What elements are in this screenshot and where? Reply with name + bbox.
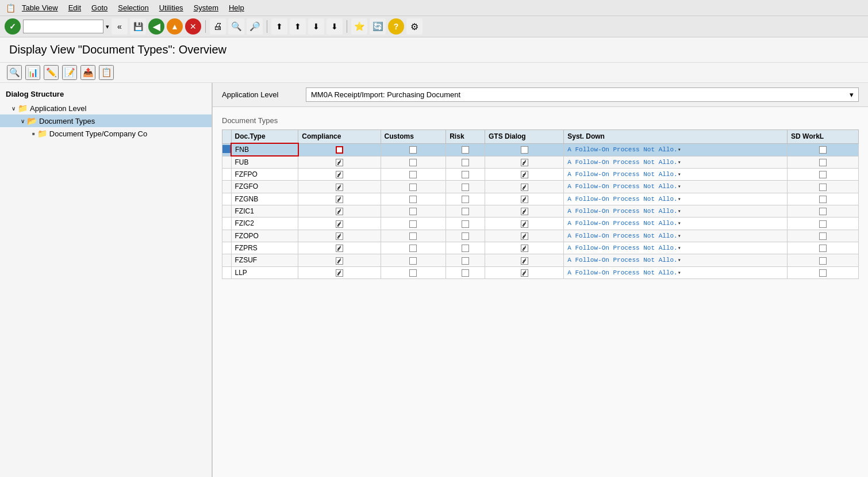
cell-gts-dialog[interactable]: ✓ <box>485 217 563 230</box>
col-header-risk[interactable]: Risk <box>446 130 485 144</box>
checkbox-sd-workl[interactable] <box>819 146 827 154</box>
cell-sd-workl[interactable] <box>788 266 859 278</box>
cell-sd-workl[interactable] <box>788 217 859 230</box>
checkbox-customs[interactable] <box>409 146 417 154</box>
cell-sd-workl[interactable] <box>788 230 859 242</box>
first-page-button[interactable]: « <box>112 18 128 35</box>
cell-customs[interactable] <box>381 205 446 217</box>
menu-table-view[interactable]: Table View <box>17 2 63 14</box>
checkbox-gts-dialog[interactable]: ✓ <box>521 184 528 191</box>
cell-risk[interactable] <box>446 181 485 193</box>
command-input[interactable] <box>23 20 103 33</box>
cell-syst-down[interactable]: A Follow-On Process Not Allo.▾ <box>564 193 788 205</box>
syst-down-chevron[interactable]: ▾ <box>678 233 681 239</box>
checkbox-customs[interactable] <box>409 269 417 277</box>
checkbox-customs[interactable] <box>409 196 417 203</box>
cell-risk[interactable] <box>446 193 485 205</box>
checkbox-customs[interactable] <box>409 220 417 228</box>
cell-syst-down[interactable]: A Follow-On Process Not Allo.▾ <box>564 254 788 266</box>
cell-risk[interactable] <box>446 143 485 156</box>
cell-sd-workl[interactable] <box>788 169 859 181</box>
checkbox-compliance[interactable]: ✓ <box>336 245 343 252</box>
bookmark-button[interactable]: ⭐ <box>351 18 367 35</box>
checkbox-customs[interactable] <box>409 159 417 166</box>
cell-customs[interactable] <box>381 143 446 156</box>
checkbox-sd-workl[interactable] <box>819 220 827 228</box>
checkbox-risk[interactable] <box>462 159 469 166</box>
checkbox-gts-dialog[interactable]: ✓ <box>521 159 528 166</box>
checkbox-sd-workl[interactable] <box>819 245 827 252</box>
row-selector-cell[interactable] <box>222 143 232 156</box>
row-selector-cell[interactable] <box>222 156 232 169</box>
checkbox-risk[interactable] <box>462 184 469 191</box>
checkbox-customs[interactable] <box>409 184 417 191</box>
col-header-syst-down[interactable]: Syst. Down <box>564 130 788 144</box>
checkbox-risk[interactable] <box>462 171 469 178</box>
cell-syst-down[interactable]: A Follow-On Process Not Allo.▾ <box>564 266 788 278</box>
table-row[interactable]: FZOPO✓✓A Follow-On Process Not Allo.▾ <box>222 230 859 242</box>
checkbox-compliance[interactable]: ✓ <box>336 196 343 203</box>
table-row[interactable]: LLP✓✓A Follow-On Process Not Allo.▾ <box>222 266 859 278</box>
nav-right-button[interactable]: ⬆ <box>290 18 306 35</box>
checkbox-customs[interactable] <box>409 232 417 240</box>
checkbox-gts-dialog[interactable]: ✓ <box>521 208 528 215</box>
col-header-compliance[interactable]: Compliance <box>298 130 381 144</box>
nav-down-button[interactable]: ⬇ <box>308 18 324 35</box>
sec-btn-6[interactable]: 📋 <box>99 65 114 80</box>
checkbox-compliance[interactable]: ✓ <box>336 184 343 191</box>
checkbox-risk[interactable] <box>462 196 469 203</box>
cell-compliance[interactable]: ✓ <box>298 205 381 217</box>
cell-gts-dialog[interactable]: ✓ <box>485 193 563 205</box>
cell-syst-down[interactable]: A Follow-On Process Not Allo.▾ <box>564 156 788 169</box>
menu-help[interactable]: Help <box>224 2 249 14</box>
checkbox-customs[interactable] <box>409 171 417 178</box>
syst-down-chevron[interactable]: ▾ <box>678 208 681 215</box>
checkbox-compliance[interactable]: ✓ <box>336 208 343 215</box>
cell-sd-workl[interactable] <box>788 156 859 169</box>
back-button[interactable]: ◀ <box>148 18 164 35</box>
cell-customs[interactable] <box>381 169 446 181</box>
col-header-customs[interactable]: Customs <box>381 130 446 144</box>
checkbox-gts-dialog[interactable]: ✓ <box>521 245 528 252</box>
checkbox-sd-workl[interactable] <box>819 184 827 191</box>
cell-gts-dialog[interactable]: ✓ <box>485 266 563 278</box>
checkbox-gts-dialog[interactable]: ✓ <box>521 269 528 277</box>
checkbox-risk[interactable] <box>462 232 469 240</box>
checkbox-sd-workl[interactable] <box>819 159 827 166</box>
checkbox-gts-dialog[interactable]: ✓ <box>521 232 528 240</box>
checkbox-gts-dialog[interactable]: ✓ <box>521 196 528 203</box>
checkbox-compliance[interactable] <box>336 146 343 154</box>
print-button[interactable]: 🖨 <box>210 18 226 35</box>
cell-risk[interactable] <box>446 217 485 230</box>
checkbox-risk[interactable] <box>462 146 469 154</box>
find-next-button[interactable]: 🔎 <box>247 18 263 35</box>
cell-compliance[interactable]: ✓ <box>298 254 381 266</box>
find-button[interactable]: 🔍 <box>228 18 244 35</box>
sec-btn-3[interactable]: ✏️ <box>44 65 59 80</box>
row-selector-cell[interactable] <box>222 242 232 254</box>
checkbox-compliance[interactable]: ✓ <box>336 232 343 240</box>
app-level-dropdown[interactable]: MM0A Receipt/Import: Purchasing Document… <box>306 87 859 102</box>
row-selector-cell[interactable] <box>222 254 232 266</box>
checkbox-gts-dialog[interactable]: ✓ <box>521 220 528 228</box>
sec-btn-2[interactable]: 📊 <box>25 65 40 80</box>
cell-customs[interactable] <box>381 230 446 242</box>
cell-syst-down[interactable]: A Follow-On Process Not Allo.▾ <box>564 181 788 193</box>
syst-down-chevron[interactable]: ▾ <box>678 257 681 264</box>
table-row[interactable]: FZIC2✓✓A Follow-On Process Not Allo.▾ <box>222 217 859 230</box>
cell-compliance[interactable]: ✓ <box>298 217 381 230</box>
cell-gts-dialog[interactable]: ✓ <box>485 230 563 242</box>
cell-syst-down[interactable]: A Follow-On Process Not Allo.▾ <box>564 143 788 156</box>
checkbox-compliance[interactable]: ✓ <box>336 171 343 178</box>
cell-syst-down[interactable]: A Follow-On Process Not Allo.▾ <box>564 205 788 217</box>
settings-button[interactable]: ⚙ <box>406 18 423 35</box>
checkbox-gts-dialog[interactable] <box>521 146 528 154</box>
cell-compliance[interactable]: ✓ <box>298 156 381 169</box>
menu-goto[interactable]: Goto <box>87 2 112 14</box>
table-row[interactable]: FZSUF✓✓A Follow-On Process Not Allo.▾ <box>222 254 859 266</box>
sidebar-item-doc-types[interactable]: ∨ 📂 Document Types <box>0 115 212 127</box>
table-row[interactable]: FZIC1✓✓A Follow-On Process Not Allo.▾ <box>222 205 859 217</box>
cell-gts-dialog[interactable]: ✓ <box>485 181 563 193</box>
syst-down-chevron[interactable]: ▾ <box>678 147 681 153</box>
syst-down-chevron[interactable]: ▾ <box>678 171 681 178</box>
